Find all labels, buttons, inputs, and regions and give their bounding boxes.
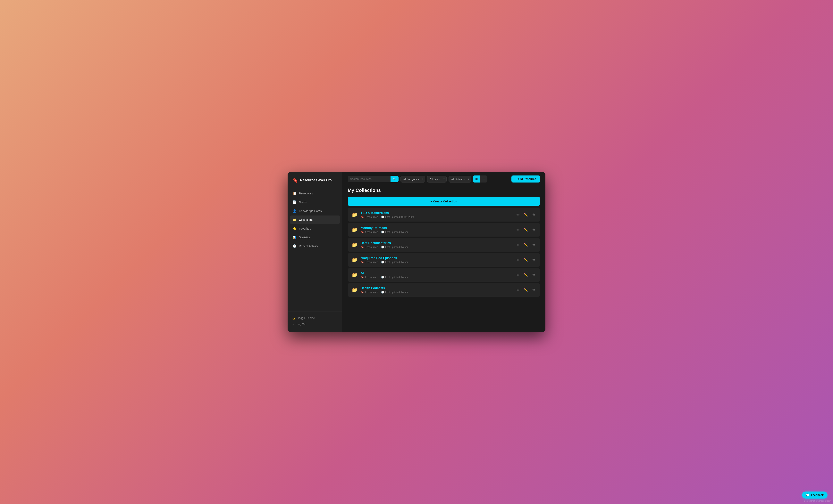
resources-count: 🔖 1 resources	[361, 291, 378, 294]
resources-count: 🔖 3 resources	[361, 216, 378, 219]
knowledge-paths-icon: 👤	[293, 209, 296, 213]
collection-info: AI 🔖 1 resources 🕐 Last updated: Never	[361, 271, 516, 279]
sidebar-item-notes[interactable]: 📄 Notes	[290, 198, 340, 206]
sidebar-item-label-notes: Notes	[299, 200, 307, 204]
sidebar: 🔖 Resource Saver Pro 📋 Resources 📄 Notes…	[288, 172, 342, 332]
delete-collection-button[interactable]: 🗑	[531, 243, 536, 248]
collection-item[interactable]: 📁 Monthly Re-reads 🔖 4 resources 🕐 Last …	[348, 223, 540, 236]
edit-collection-button[interactable]: ✏️	[523, 242, 529, 248]
collection-info: *Acquired Pod Episodes 🔖 3 resources 🕐 L…	[361, 256, 516, 263]
app-title: Resource Saver Pro	[300, 178, 332, 182]
logout-button[interactable]: ↪ Log Out	[292, 321, 338, 327]
search-input[interactable]	[348, 176, 390, 182]
collection-info: Best Documentaries 🔖 3 resources 🕐 Last …	[361, 241, 516, 249]
delete-collection-button[interactable]: 🗑	[531, 227, 536, 232]
statuses-filter-wrapper: All Statuses Unread In Progress Complete…	[449, 176, 471, 182]
collection-info: Health Podcasts 🔖 1 resources 🕐 Last upd…	[361, 286, 516, 294]
sidebar-item-label-knowledge-paths: Knowledge Paths	[299, 209, 322, 212]
bookmark-icon: 🔖	[361, 230, 364, 233]
types-filter-wrapper: All Types Free Paid	[427, 176, 447, 182]
types-filter[interactable]: All Types Free Paid	[427, 176, 447, 182]
collection-meta: 🔖 3 resources 🕐 Last updated: Never	[361, 260, 516, 263]
statistics-icon: 📊	[293, 235, 296, 239]
list-view-button[interactable]: ☰	[480, 175, 487, 182]
delete-collection-button[interactable]: 🗑	[531, 257, 536, 262]
view-collection-button[interactable]: 👁	[516, 287, 520, 293]
collection-name: AI	[361, 271, 516, 275]
logo-icon: 🔖	[292, 177, 298, 183]
collections-icon: 📁	[293, 218, 296, 222]
collection-item[interactable]: 📁 AI 🔖 1 resources 🕐 Last updated: Never…	[348, 268, 540, 282]
collection-item[interactable]: 📁 *Acquired Pod Episodes 🔖 3 resources 🕐…	[348, 253, 540, 267]
sidebar-item-collections[interactable]: 📁 Collections	[290, 216, 340, 224]
sidebar-item-label-favorites: Favorites	[299, 227, 311, 230]
clock-icon: 🕐	[381, 216, 384, 219]
edit-collection-button[interactable]: ✏️	[523, 227, 529, 232]
sidebar-item-resources[interactable]: 📋 Resources	[290, 189, 340, 198]
sidebar-item-knowledge-paths[interactable]: 👤 Knowledge Paths	[290, 207, 340, 215]
view-collection-button[interactable]: 👁	[516, 243, 520, 248]
statuses-filter[interactable]: All Statuses Unread In Progress Complete…	[449, 176, 471, 182]
resources-count: 🔖 4 resources	[361, 230, 378, 233]
view-collection-button[interactable]: 👁	[516, 273, 520, 278]
clock-icon: 🕐	[381, 291, 384, 294]
categories-filter[interactable]: All Categories Articles Videos Books Pod…	[401, 176, 425, 182]
feedback-button[interactable]: 💬 Feedback	[802, 492, 828, 499]
search-button[interactable]: 🔍	[390, 176, 399, 182]
view-collection-button[interactable]: 👁	[516, 212, 520, 218]
sidebar-item-label-resources: Resources	[299, 192, 313, 195]
toggle-theme-button[interactable]: 🌙 Toggle Theme	[292, 315, 338, 321]
feedback-label: Feedback	[811, 494, 824, 497]
collection-info: Monthly Re-reads 🔖 4 resources 🕐 Last up…	[361, 226, 516, 233]
clock-icon: 🕐	[381, 276, 384, 279]
edit-collection-button[interactable]: ✏️	[523, 272, 529, 278]
collection-meta: 🔖 4 resources 🕐 Last updated: Never	[361, 230, 516, 233]
sidebar-item-favorites[interactable]: ⭐ Favorites	[290, 224, 340, 233]
feedback-icon: 💬	[806, 494, 809, 497]
collection-meta: 🔖 3 resources 🕐 Last updated: Never	[361, 246, 516, 249]
collection-name: *Acquired Pod Episodes	[361, 256, 516, 260]
collection-item[interactable]: 📁 TED & Masterclass 🔖 3 resources 🕐 Last…	[348, 208, 540, 222]
folder-icon: 📁	[352, 242, 357, 248]
collection-meta: 🔖 1 resources 🕐 Last updated: Never	[361, 291, 516, 294]
categories-filter-wrapper: All Categories Articles Videos Books Pod…	[401, 176, 425, 182]
resources-count: 🔖 1 resources	[361, 276, 378, 279]
logout-label: Log Out	[296, 323, 306, 326]
delete-collection-button[interactable]: 🗑	[531, 212, 536, 218]
last-updated: 🕐 Last updated: Never	[381, 246, 408, 249]
collection-name: TED & Masterclass	[361, 211, 516, 215]
collections-list: 📁 TED & Masterclass 🔖 3 resources 🕐 Last…	[348, 208, 540, 297]
sidebar-item-recent-activity[interactable]: 🕐 Recent Activity	[290, 242, 340, 250]
main-content: 🔍 All Categories Articles Videos Books P…	[342, 172, 545, 332]
view-collection-button[interactable]: 👁	[516, 227, 520, 232]
collection-item[interactable]: 📁 Best Documentaries 🔖 3 resources 🕐 Las…	[348, 238, 540, 252]
view-toggle: ⊞ ☰	[473, 175, 487, 182]
view-collection-button[interactable]: 👁	[516, 257, 520, 262]
bookmark-icon: 🔖	[361, 291, 364, 294]
collection-actions: 👁 ✏️ 🗑	[516, 287, 536, 293]
sidebar-item-label-statistics: Statistics	[299, 235, 311, 239]
collection-item[interactable]: 📁 Health Podcasts 🔖 1 resources 🕐 Last u…	[348, 283, 540, 297]
edit-collection-button[interactable]: ✏️	[523, 212, 529, 218]
edit-collection-button[interactable]: ✏️	[523, 287, 529, 293]
topbar: 🔍 All Categories Articles Videos Books P…	[342, 172, 545, 186]
collection-actions: 👁 ✏️ 🗑	[516, 227, 536, 232]
sidebar-item-statistics[interactable]: 📊 Statistics	[290, 233, 340, 242]
collection-meta: 🔖 1 resources 🕐 Last updated: Never	[361, 276, 516, 279]
collection-actions: 👁 ✏️ 🗑	[516, 272, 536, 278]
moon-icon: 🌙	[292, 317, 295, 320]
folder-icon: 📁	[352, 212, 357, 218]
delete-collection-button[interactable]: 🗑	[531, 273, 536, 278]
grid-view-button[interactable]: ⊞	[473, 175, 480, 182]
sidebar-nav: 📋 Resources 📄 Notes 👤 Knowledge Paths 📁 …	[288, 187, 342, 311]
create-collection-button[interactable]: + Create Collection	[348, 197, 540, 206]
edit-collection-button[interactable]: ✏️	[523, 257, 529, 262]
delete-collection-button[interactable]: 🗑	[531, 287, 536, 293]
clock-icon: 🕐	[381, 230, 384, 233]
favorites-icon: ⭐	[293, 227, 296, 230]
add-resource-button[interactable]: + Add Resource	[511, 175, 540, 182]
collection-meta: 🔖 3 resources 🕐 Last updated: 02/11/2024	[361, 216, 516, 219]
resources-count: 🔖 3 resources	[361, 260, 378, 263]
resources-icon: 📋	[293, 192, 296, 195]
toggle-theme-label: Toggle Theme	[298, 317, 315, 320]
